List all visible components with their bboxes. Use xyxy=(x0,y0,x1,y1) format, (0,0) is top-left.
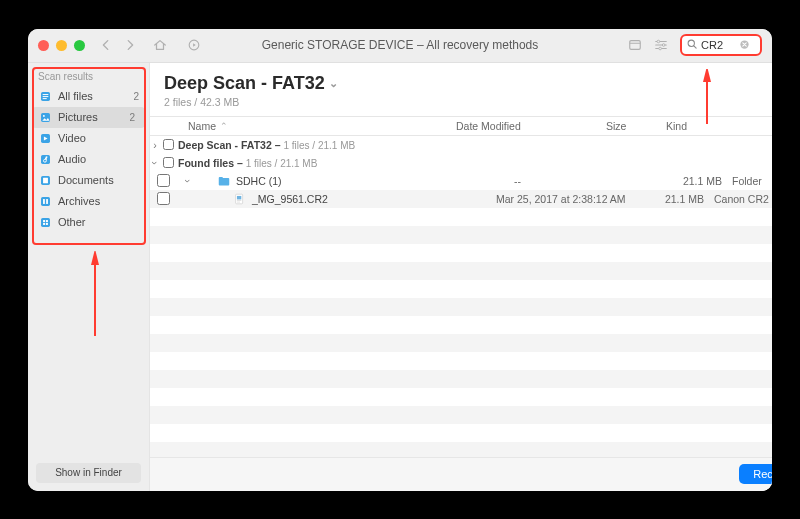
scan-title-dropdown[interactable]: Deep Scan - FAT32 ⌄ xyxy=(164,73,772,94)
group-checkbox[interactable] xyxy=(163,139,174,150)
scan-title-text: Deep Scan - FAT32 xyxy=(164,73,325,94)
svg-point-3 xyxy=(662,44,665,47)
sidebar-item-label: Pictures xyxy=(58,111,98,123)
sidebar-item-video[interactable]: Video xyxy=(28,128,149,149)
filter-settings-button[interactable] xyxy=(654,38,668,52)
svg-rect-22 xyxy=(43,220,45,222)
disclosure-closed-icon[interactable]: › xyxy=(150,139,160,151)
tree-group-meta: 1 files / 21.1 MB xyxy=(246,158,318,169)
all-files-icon xyxy=(38,89,52,103)
sidebar-item-all-files[interactable]: All files 2 xyxy=(28,86,149,107)
svg-point-5 xyxy=(688,40,694,46)
main-footer: Recover xyxy=(150,457,772,491)
sidebar-section-header: Scan results xyxy=(28,71,149,86)
svg-rect-1 xyxy=(630,41,641,50)
svg-rect-28 xyxy=(237,195,241,199)
sidebar-item-label: Documents xyxy=(58,174,114,186)
main-pane: Deep Scan - FAT32 ⌄ 2 files / 42.3 MB Na… xyxy=(150,63,772,491)
column-header-row: Name⌃ Date Modified Size Kind xyxy=(150,116,772,136)
row-name: SDHC (1) xyxy=(236,175,282,187)
svg-point-13 xyxy=(42,114,44,116)
forward-button[interactable] xyxy=(123,38,137,52)
svg-point-4 xyxy=(659,47,662,50)
minimize-window-button[interactable] xyxy=(56,40,67,51)
row-checkbox[interactable] xyxy=(157,192,170,205)
table-row[interactable]: _MG_9561.CR2 Mar 25, 2017 at 2:38:12 AM … xyxy=(150,190,772,208)
sidebar-item-archives[interactable]: Archives xyxy=(28,191,149,212)
tree-group-found-files[interactable]: › Found files – 1 files / 21.1 MB xyxy=(150,154,772,172)
search-field-highlight xyxy=(680,34,762,56)
audio-icon xyxy=(38,152,52,166)
svg-rect-29 xyxy=(237,200,241,201)
sort-asc-icon: ⌃ xyxy=(220,121,228,131)
home-button[interactable] xyxy=(153,38,167,52)
tree-group-deep-scan[interactable]: › Deep Scan - FAT32 – 1 files / 21.1 MB xyxy=(150,136,772,154)
search-input[interactable] xyxy=(701,39,739,51)
sidebar-item-label: Video xyxy=(58,132,86,144)
titlebar: Generic STORAGE DEVICE – All recovery me… xyxy=(28,29,772,63)
row-date: -- xyxy=(514,175,664,187)
close-window-button[interactable] xyxy=(38,40,49,51)
table-row[interactable]: › SDHC (1) -- 21.1 MB Folder xyxy=(150,172,772,190)
svg-rect-25 xyxy=(45,222,47,224)
sidebar: Scan results All files 2 Pictures 2 V xyxy=(28,63,150,491)
empty-rows-area xyxy=(150,208,772,457)
recover-button[interactable]: Recover xyxy=(739,464,772,484)
sidebar-item-label: Archives xyxy=(58,195,100,207)
row-kind: Folder xyxy=(722,175,772,187)
sidebar-item-count: 2 xyxy=(129,112,135,123)
disclosure-open-icon[interactable]: › xyxy=(149,158,161,168)
sidebar-item-other[interactable]: Other xyxy=(28,212,149,233)
row-size: 21.1 MB xyxy=(664,175,722,187)
svg-point-2 xyxy=(657,40,660,43)
tree-group-label: Found files – xyxy=(178,157,246,169)
scan-subtitle: 2 files / 42.3 MB xyxy=(164,96,772,108)
sidebar-item-label: Audio xyxy=(58,153,86,165)
column-name[interactable]: Name⌃ xyxy=(188,120,456,132)
row-name: _MG_9561.CR2 xyxy=(252,193,328,205)
svg-rect-24 xyxy=(43,222,45,224)
row-kind: Canon CR2 raw image xyxy=(704,193,772,205)
sidebar-list: All files 2 Pictures 2 Video Audio xyxy=(28,86,149,233)
sidebar-item-documents[interactable]: Documents xyxy=(28,170,149,191)
clear-search-button[interactable] xyxy=(739,39,750,52)
documents-icon xyxy=(38,173,52,187)
sidebar-item-audio[interactable]: Audio xyxy=(28,149,149,170)
svg-rect-20 xyxy=(44,199,45,204)
row-size: 21.1 MB xyxy=(646,193,704,205)
svg-rect-30 xyxy=(237,201,240,202)
row-date: Mar 25, 2017 at 2:38:12 AM xyxy=(496,193,646,205)
window-controls xyxy=(38,40,85,51)
column-kind[interactable]: Kind xyxy=(666,120,772,132)
show-in-finder-button[interactable]: Show in Finder xyxy=(36,463,141,483)
tree-group-label: Deep Scan - FAT32 – xyxy=(178,139,283,151)
app-window: Generic STORAGE DEVICE – All recovery me… xyxy=(28,29,772,491)
column-size[interactable]: Size xyxy=(606,120,666,132)
svg-rect-17 xyxy=(43,177,48,183)
chevron-down-icon: ⌄ xyxy=(329,77,338,90)
column-date[interactable]: Date Modified xyxy=(456,120,606,132)
disclosure-open-icon[interactable]: › xyxy=(182,175,194,187)
row-checkbox[interactable] xyxy=(157,174,170,187)
zoom-window-button[interactable] xyxy=(74,40,85,51)
tree-group-meta: 1 files / 21.1 MB xyxy=(283,140,355,151)
svg-rect-23 xyxy=(45,220,47,222)
sidebar-item-label: All files xyxy=(58,90,93,102)
pictures-icon xyxy=(38,110,52,124)
other-icon xyxy=(38,215,52,229)
annotation-arrow-sidebar xyxy=(86,251,104,341)
raw-file-icon xyxy=(233,192,247,206)
sidebar-item-pictures[interactable]: Pictures 2 xyxy=(32,107,145,128)
folder-icon xyxy=(217,174,231,188)
back-button[interactable] xyxy=(99,38,113,52)
view-mode-button[interactable] xyxy=(628,38,642,52)
video-icon xyxy=(38,131,52,145)
refresh-scan-button[interactable] xyxy=(187,38,201,52)
group-checkbox[interactable] xyxy=(163,157,174,168)
svg-rect-21 xyxy=(41,218,50,227)
sidebar-item-label: Other xyxy=(58,216,86,228)
svg-rect-9 xyxy=(42,94,48,95)
search-icon xyxy=(686,36,698,54)
archives-icon xyxy=(38,194,52,208)
sidebar-item-count: 2 xyxy=(133,91,139,102)
